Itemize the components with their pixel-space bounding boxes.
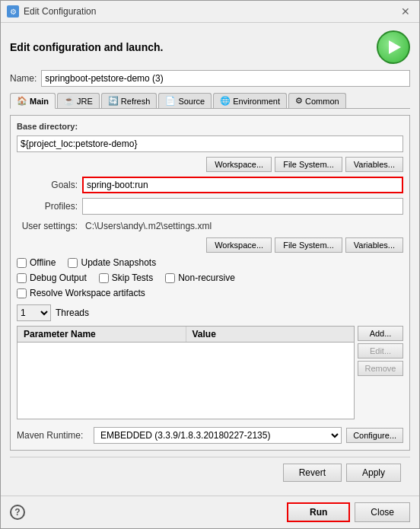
tab-source[interactable]: 📄 Source xyxy=(158,93,212,108)
common-tab-icon: ⚙ xyxy=(295,96,303,106)
tab-source-label: Source xyxy=(178,97,205,106)
header-row: Edit configuration and launch. xyxy=(10,30,410,64)
skip-tests-checkbox-item[interactable]: Skip Tests xyxy=(99,272,153,283)
debug-output-checkbox[interactable] xyxy=(17,273,27,283)
offline-checkbox-item[interactable]: Offline xyxy=(17,257,56,268)
title-bar: ⚙ Edit Configuration ✕ xyxy=(1,1,419,23)
close-window-button[interactable]: ✕ xyxy=(398,6,413,17)
base-directory-label: Base directory: xyxy=(17,122,403,131)
close-button[interactable]: Close xyxy=(355,502,410,522)
checkboxes-row-2: Debug Output Skip Tests Non-recursive xyxy=(17,272,403,283)
file-system-button-2[interactable]: File System... xyxy=(275,237,342,253)
revert-button[interactable]: Revert xyxy=(283,464,342,482)
tab-refresh-label: Refresh xyxy=(121,97,151,106)
offline-label: Offline xyxy=(30,257,56,268)
checkboxes-row-3: Resolve Workspace artifacts xyxy=(17,288,403,298)
page-heading: Edit configuration and launch. xyxy=(10,41,163,53)
window-icon: ⚙ xyxy=(7,5,19,18)
configure-button[interactable]: Configure... xyxy=(346,428,403,443)
debug-output-checkbox-item[interactable]: Debug Output xyxy=(17,272,87,283)
form-area: Base directory: Workspace... File System… xyxy=(10,115,410,451)
title-bar-left: ⚙ Edit Configuration xyxy=(7,5,96,18)
col-parameter-name: Parameter Name xyxy=(18,327,186,342)
user-settings-value: C:\Users\andy\.m2\settings.xml xyxy=(82,219,403,233)
tab-main-label: Main xyxy=(30,97,49,106)
refresh-tab-icon: 🔄 xyxy=(108,96,119,106)
maven-runtime-label: Maven Runtime: xyxy=(17,430,89,441)
debug-output-label: Debug Output xyxy=(30,272,87,283)
tabs-bar: 🏠 Main ☕ JRE 🔄 Refresh 📄 Source 🌐 Enviro… xyxy=(10,93,410,109)
variables-button-2[interactable]: Variables... xyxy=(345,237,403,253)
skip-tests-checkbox[interactable] xyxy=(99,273,109,283)
tab-environment[interactable]: 🌐 Environment xyxy=(213,93,287,108)
main-content: Edit configuration and launch. Name: 🏠 M… xyxy=(1,23,419,496)
update-snapshots-checkbox-item[interactable]: Update Snapshots xyxy=(68,257,156,268)
threads-row: 1 2 4 Threads xyxy=(17,304,403,321)
table-header: Parameter Name Value xyxy=(18,327,354,343)
goals-label: Goals: xyxy=(17,180,78,190)
edit-button[interactable]: Edit... xyxy=(358,343,403,359)
goals-row: Goals: xyxy=(17,177,403,193)
environment-tab-icon: 🌐 xyxy=(220,96,231,106)
footer-right-buttons: Run Close xyxy=(287,502,410,522)
file-system-button-1[interactable]: File System... xyxy=(275,157,342,172)
user-settings-row: User settings: C:\Users\andy\.m2\setting… xyxy=(17,219,403,233)
workspace-button-2[interactable]: Workspace... xyxy=(206,237,272,253)
non-recursive-checkbox-item[interactable]: Non-recursive xyxy=(165,272,235,283)
apply-button[interactable]: Apply xyxy=(346,464,401,482)
non-recursive-checkbox[interactable] xyxy=(165,273,175,283)
offline-checkbox[interactable] xyxy=(17,258,27,268)
workspace-button-1[interactable]: Workspace... xyxy=(206,157,272,172)
run-icon-button[interactable] xyxy=(377,30,410,64)
tab-environment-label: Environment xyxy=(233,97,280,106)
tab-jre-label: JRE xyxy=(77,97,93,106)
user-settings-buttons: Workspace... File System... Variables... xyxy=(17,237,403,253)
source-tab-icon: 📄 xyxy=(165,96,176,106)
remove-button[interactable]: Remove xyxy=(358,361,403,376)
tab-common[interactable]: ⚙ Common xyxy=(288,93,346,108)
maven-runtime-row: Maven Runtime: EMBEDDED (3.3.9/1.8.3.201… xyxy=(17,427,403,444)
goals-input[interactable] xyxy=(82,177,403,193)
parameters-table: Parameter Name Value xyxy=(17,326,355,419)
main-tab-icon: 🏠 xyxy=(17,96,27,106)
threads-select[interactable]: 1 2 4 xyxy=(17,304,51,321)
base-directory-buttons: Workspace... File System... Variables... xyxy=(17,157,403,172)
play-triangle xyxy=(389,40,401,54)
bottom-right-buttons: Revert Apply xyxy=(283,464,401,482)
bottom-bar: Revert Apply xyxy=(10,457,410,488)
add-button[interactable]: Add... xyxy=(358,326,403,341)
table-buttons: Add... Edit... Remove xyxy=(358,326,403,419)
name-input[interactable] xyxy=(41,70,410,87)
update-snapshots-label: Update Snapshots xyxy=(81,257,156,268)
resolve-workspace-label: Resolve Workspace artifacts xyxy=(30,288,145,298)
non-recursive-label: Non-recursive xyxy=(178,272,235,283)
threads-label: Threads xyxy=(56,308,89,318)
skip-tests-label: Skip Tests xyxy=(112,272,153,283)
update-snapshots-checkbox[interactable] xyxy=(68,258,78,268)
resolve-workspace-checkbox-item[interactable]: Resolve Workspace artifacts xyxy=(17,288,145,298)
tab-main[interactable]: 🏠 Main xyxy=(10,93,56,109)
tab-jre[interactable]: ☕ JRE xyxy=(57,93,100,108)
tab-common-label: Common xyxy=(305,97,339,106)
table-body xyxy=(18,343,354,419)
window: ⚙ Edit Configuration ✕ Edit configuratio… xyxy=(0,0,420,529)
table-area: Parameter Name Value Add... Edit... Remo… xyxy=(17,326,403,419)
name-row: Name: xyxy=(10,70,410,87)
user-settings-label: User settings: xyxy=(17,221,78,231)
profiles-label: Profiles: xyxy=(17,201,78,212)
window-title: Edit Configuration xyxy=(24,6,96,17)
tab-refresh[interactable]: 🔄 Refresh xyxy=(101,93,158,108)
base-directory-input[interactable] xyxy=(17,135,403,152)
profiles-input[interactable] xyxy=(82,198,403,215)
checkboxes-row-1: Offline Update Snapshots xyxy=(17,257,403,268)
profiles-row: Profiles: xyxy=(17,198,403,215)
variables-button-1[interactable]: Variables... xyxy=(345,157,403,172)
footer-bar: ? Run Close xyxy=(1,496,419,528)
help-button[interactable]: ? xyxy=(10,505,25,520)
run-button[interactable]: Run xyxy=(287,502,350,522)
col-value: Value xyxy=(186,327,355,342)
maven-runtime-select[interactable]: EMBEDDED (3.3.9/1.8.3.20180227-2135) xyxy=(94,427,342,444)
resolve-workspace-checkbox[interactable] xyxy=(17,288,27,298)
name-label: Name: xyxy=(10,73,37,84)
jre-tab-icon: ☕ xyxy=(64,96,75,106)
